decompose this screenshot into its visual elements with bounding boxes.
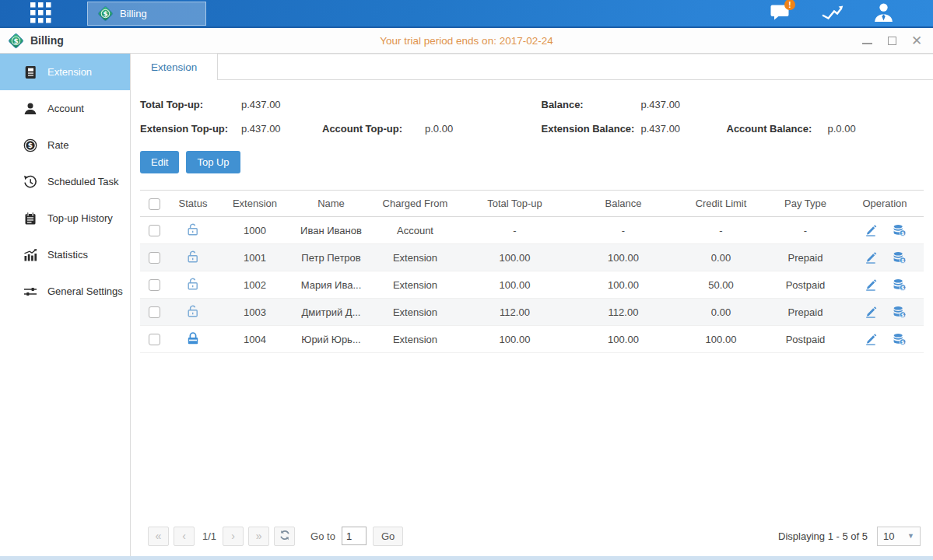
cell-pay-type: Postpaid: [765, 279, 846, 291]
balance-summary: Total Top-up: p.437.00 Balance: p.437.00: [140, 80, 924, 141]
account-icon: [23, 102, 37, 116]
messages-button[interactable]: !: [768, 2, 793, 24]
goto-page-input[interactable]: [342, 527, 367, 545]
column-header-total-top-up[interactable]: Total Top-up: [460, 198, 570, 209]
edit-button[interactable]: Edit: [140, 151, 179, 173]
sidebar-item-label: Rate: [47, 139, 68, 151]
edit-pencil-icon[interactable]: [864, 223, 878, 237]
lock-open-icon: [186, 250, 200, 264]
topbar-icon-group: !: [768, 0, 896, 26]
cell-credit-limit: 50.00: [677, 279, 765, 291]
scheduled-task-icon: [23, 175, 37, 189]
cell-name: Петр Петров: [292, 252, 370, 264]
edit-pencil-icon[interactable]: [864, 305, 878, 319]
sidebar-item-account[interactable]: Account: [0, 90, 130, 127]
refresh-icon: [279, 530, 290, 543]
chart-icon: [820, 2, 844, 25]
account-balance-value: p.0.00: [828, 123, 924, 135]
column-header-extension[interactable]: Extension: [218, 198, 292, 209]
column-header-operation[interactable]: Operation: [846, 198, 924, 209]
svg-text:$: $: [901, 312, 904, 317]
close-button[interactable]: ✕: [911, 35, 922, 46]
edit-pencil-icon[interactable]: [864, 278, 878, 292]
column-header-charged-from[interactable]: Charged From: [370, 198, 460, 209]
table-row[interactable]: 1004 Юрий Юрь... Extension 100.00 100.00…: [140, 326, 924, 353]
previous-page-button[interactable]: ‹: [174, 527, 195, 546]
cell-charged-from: Extension: [370, 279, 460, 291]
topup-coins-icon[interactable]: $: [893, 278, 907, 292]
row-checkbox[interactable]: [149, 252, 160, 264]
billing-app-window: $ Billing ! $ Billing Your trial period …: [0, 0, 933, 560]
column-header-credit-limit[interactable]: Credit Limit: [677, 198, 765, 209]
refresh-button[interactable]: [274, 527, 295, 546]
next-page-button[interactable]: ›: [223, 527, 244, 546]
sidebar-item-label: Extension: [47, 66, 92, 78]
table-row[interactable]: 1000 Иван Иванов Account - - - - $: [140, 217, 924, 244]
row-checkbox[interactable]: [149, 334, 160, 345]
cell-balance: 100.00: [570, 279, 677, 291]
cell-charged-from: Extension: [370, 334, 460, 345]
topup-coins-icon[interactable]: $: [893, 332, 907, 346]
column-header-status[interactable]: Status: [168, 198, 218, 209]
lock-closed-icon: [186, 331, 200, 345]
account-balance-label: Account Balance:: [727, 123, 828, 135]
table-row[interactable]: 1001 Петр Петров Extension 100.00 100.00…: [140, 244, 924, 271]
topup-coins-icon[interactable]: $: [893, 223, 907, 237]
cell-total-topup: 100.00: [460, 252, 570, 264]
table-row[interactable]: 1003 Дмитрий Д... Extension 112.00 112.0…: [140, 299, 924, 326]
general-settings-icon: [23, 285, 37, 299]
row-checkbox[interactable]: [149, 279, 160, 291]
cell-name: Мария Ива...: [292, 279, 370, 291]
table-row[interactable]: 1002 Мария Ива... Extension 100.00 100.0…: [140, 271, 924, 299]
sidebar-item-general-settings[interactable]: General Settings: [0, 273, 130, 310]
app-grid-button[interactable]: [23, 3, 58, 25]
window-title: Billing: [30, 34, 64, 47]
column-header-balance[interactable]: Balance: [570, 198, 677, 209]
cell-credit-limit: 100.00: [677, 334, 765, 345]
sidebar-item-top-up-history[interactable]: Top-up History: [0, 200, 130, 236]
total-topup-label: Total Top-up:: [140, 99, 241, 110]
row-checkbox[interactable]: [149, 306, 160, 318]
edit-pencil-icon[interactable]: [864, 250, 878, 264]
cell-total-topup: -: [460, 225, 570, 236]
minimize-button[interactable]: [862, 43, 872, 44]
cell-charged-from: Extension: [370, 306, 460, 318]
app-grid-icon: [29, 2, 53, 27]
edit-pencil-icon[interactable]: [864, 332, 878, 346]
billing-app-tab-label: Billing: [120, 8, 147, 19]
cell-extension: 1001: [218, 252, 292, 264]
svg-text:$: $: [901, 230, 904, 236]
last-page-button[interactable]: »: [248, 527, 269, 546]
user-account-button[interactable]: [871, 2, 896, 24]
topup-coins-icon[interactable]: $: [893, 305, 907, 319]
cell-name: Иван Иванов: [292, 225, 370, 236]
select-all-checkbox[interactable]: [149, 198, 160, 210]
cell-pay-type: Postpaid: [765, 334, 846, 345]
page-size-select[interactable]: 10 ▼: [877, 527, 921, 546]
cell-balance: 100.00: [570, 252, 677, 264]
resource-monitor-button[interactable]: [819, 2, 844, 24]
sidebar-item-label: Scheduled Task: [47, 176, 119, 187]
row-checkbox[interactable]: [149, 225, 160, 236]
cell-charged-from: Account: [370, 225, 460, 236]
billing-diamond-icon: $: [97, 5, 114, 22]
balance-value: p.437.00: [641, 99, 727, 110]
topup-coins-icon[interactable]: $: [893, 250, 907, 264]
tab-extension[interactable]: Extension: [131, 54, 218, 80]
maximize-button[interactable]: [888, 37, 896, 45]
sidebar-item-statistics[interactable]: Statistics: [0, 236, 130, 273]
account-topup-label: Account Top-up:: [322, 123, 425, 135]
lock-open-icon: [186, 222, 200, 236]
sidebar-item-rate[interactable]: $Rate: [0, 127, 130, 163]
first-page-button[interactable]: «: [148, 527, 169, 546]
column-header-pay-type[interactable]: Pay Type: [765, 198, 846, 209]
cell-credit-limit: 0.00: [677, 306, 765, 318]
go-button[interactable]: Go: [373, 527, 403, 546]
billing-app-tab[interactable]: $ Billing: [87, 2, 206, 26]
sidebar-item-extension[interactable]: Extension: [0, 54, 130, 90]
sidebar-item-scheduled-task[interactable]: Scheduled Task: [0, 163, 130, 200]
main-panel: Extension Total Top-up: p.437.00 Balance…: [131, 54, 933, 556]
statistics-icon: [23, 248, 37, 262]
column-header-name[interactable]: Name: [292, 198, 370, 209]
topup-button[interactable]: Top Up: [186, 151, 240, 173]
